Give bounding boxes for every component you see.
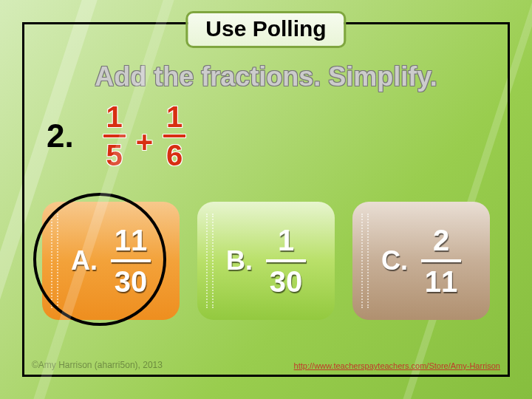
answer-choice-b[interactable]: B. 1 30 bbox=[197, 202, 335, 320]
content-frame: Use Polling Add the fractions. Simplify.… bbox=[22, 22, 510, 377]
fraction-bar bbox=[421, 259, 461, 262]
footer-link[interactable]: http://www.teacherspayteachers.com/Store… bbox=[294, 361, 500, 370]
fraction-numerator: 11 bbox=[115, 225, 148, 255]
answer-choice-a[interactable]: A. 11 30 bbox=[42, 202, 180, 320]
answer-fraction: 1 30 bbox=[266, 225, 306, 296]
fraction-denominator: 30 bbox=[115, 267, 148, 296]
slide-stage: Use Polling Add the fractions. Simplify.… bbox=[0, 0, 532, 399]
title-tab: Use Polling bbox=[185, 11, 346, 48]
answer-letter: A. bbox=[71, 245, 98, 276]
answer-letter: B. bbox=[226, 245, 253, 276]
instruction-text: Add the fractions. Simplify. bbox=[24, 61, 508, 92]
answer-letter: C. bbox=[381, 245, 408, 276]
footer-copyright: ©Amy Harrison (aharri5on), 2013 bbox=[32, 360, 163, 370]
fraction-bar bbox=[163, 134, 185, 137]
fraction-denominator: 30 bbox=[270, 267, 303, 296]
operator-plus: + bbox=[136, 126, 153, 159]
answer-choices: A. 11 30 B. 1 30 C. 2 bbox=[42, 202, 490, 320]
fraction-numerator: 2 bbox=[433, 225, 449, 255]
fraction-numerator: 1 bbox=[166, 102, 183, 132]
fraction-numerator: 1 bbox=[278, 225, 294, 255]
fraction-denominator: 11 bbox=[425, 267, 458, 296]
fraction-numerator: 1 bbox=[106, 102, 123, 132]
problem-row: 2. 1 5 + 1 6 bbox=[47, 102, 185, 170]
answer-fraction: 2 11 bbox=[421, 225, 461, 296]
fraction-bar bbox=[111, 259, 151, 262]
fraction-denominator: 6 bbox=[166, 140, 183, 170]
fraction-bar bbox=[103, 134, 126, 137]
title-tab-label: Use Polling bbox=[205, 16, 326, 41]
fraction-term-2: 1 6 bbox=[163, 102, 185, 170]
problem-number: 2. bbox=[47, 117, 74, 154]
problem-expression: 1 5 + 1 6 bbox=[103, 102, 185, 170]
answer-choice-c[interactable]: C. 2 11 bbox=[352, 202, 490, 320]
fraction-bar bbox=[266, 259, 306, 262]
answer-fraction: 11 30 bbox=[111, 225, 151, 296]
fraction-term-1: 1 5 bbox=[103, 102, 126, 170]
fraction-denominator: 5 bbox=[106, 140, 123, 170]
